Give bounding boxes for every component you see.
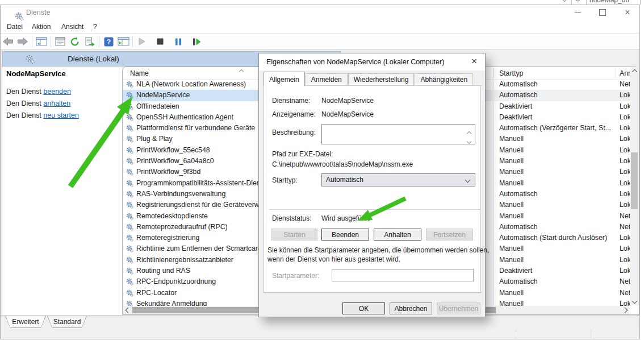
service-gear-icon xyxy=(126,157,134,165)
vertical-scrollbar[interactable] xyxy=(630,67,639,305)
dialog-tabs: Allgemein Anmelden Wiederherstellung Abh… xyxy=(264,72,474,86)
service-name: Routing und RAS xyxy=(136,266,190,276)
column-starttyp[interactable]: Starttyp xyxy=(499,69,523,77)
service-starttyp: Manuell xyxy=(499,255,615,266)
background-browser-fragment: ↻ nodeMap_du xyxy=(560,0,640,5)
ok-button[interactable]: OK xyxy=(342,302,385,314)
minimize-button[interactable] xyxy=(565,5,590,20)
tab-standard[interactable]: Standard xyxy=(47,316,87,328)
tab-erweitert[interactable]: Erweitert xyxy=(5,316,46,328)
service-gear-icon xyxy=(126,92,134,99)
beschreibung-label: Beschreibung: xyxy=(272,128,316,136)
menu-aktion[interactable]: Aktion xyxy=(30,22,53,31)
section-divider xyxy=(269,209,481,210)
start-service-icon[interactable] xyxy=(135,35,149,48)
results-header-title: Dienste (Lokal) xyxy=(68,55,119,63)
dienststatus-value: Wird ausgeführt xyxy=(321,214,370,222)
service-anmelden: Lok: xyxy=(620,298,630,306)
action-stop-row: Den Dienst beenden xyxy=(6,88,71,96)
service-anmelden: Lok: xyxy=(620,123,630,134)
scroll-right-icon[interactable] xyxy=(621,306,629,314)
tab-allgemein[interactable]: Allgemein xyxy=(264,72,305,86)
maximize-button[interactable] xyxy=(590,5,615,20)
pause-service-icon[interactable] xyxy=(171,35,186,48)
hint-line1: Sie können die Startparameter angeben, d… xyxy=(267,246,489,254)
service-name: Sekundäre Anmeldung xyxy=(136,298,207,306)
close-button[interactable]: × xyxy=(615,5,640,20)
refresh-icon: ↻ xyxy=(575,0,580,3)
service-gear-icon xyxy=(126,223,134,231)
service-anmelden: Net: xyxy=(620,276,630,287)
service-starttyp: Manuell xyxy=(499,243,615,254)
starttyp-combobox[interactable]: Automatisch xyxy=(321,173,475,186)
service-name: RPC-Endpunktzuordnung xyxy=(136,276,216,287)
properties-icon[interactable] xyxy=(53,35,68,48)
service-name: PrintWorkflow_55ec548 xyxy=(136,145,210,156)
restart-service-link[interactable]: neu starten xyxy=(43,111,79,119)
column-name[interactable]: Name xyxy=(130,69,149,77)
chevron-down-icon xyxy=(562,0,567,2)
scroll-up-icon[interactable] xyxy=(630,68,639,75)
service-name: RPC-Locator xyxy=(136,288,177,298)
vertical-scroll-thumb[interactable] xyxy=(631,152,638,209)
anzeigename-value: NodeMapService xyxy=(321,110,374,118)
action-restart-row: Den Dienst neu starten xyxy=(6,111,79,119)
help-icon[interactable]: ? xyxy=(101,35,116,48)
background-tab-label: nodeMap_du xyxy=(589,0,629,4)
back-icon[interactable] xyxy=(1,35,15,48)
pause-service-link[interactable]: anhalten xyxy=(43,99,70,107)
service-anmelden: Lok: xyxy=(620,156,630,167)
show-window-icon[interactable] xyxy=(116,35,131,48)
tab-anmelden[interactable]: Anmelden xyxy=(306,73,348,86)
service-starttyp: Manuell xyxy=(499,211,615,222)
service-anmelden: Lok: xyxy=(620,145,630,156)
starten-button[interactable]: Starten xyxy=(271,229,317,241)
menu-ansicht[interactable]: Ansicht xyxy=(59,22,86,31)
service-gear-icon xyxy=(126,190,134,198)
service-anmelden: Lok: xyxy=(620,243,630,254)
action-pause-row: Den Dienst anhalten xyxy=(6,99,70,107)
description-pane: NodeMapService Den Dienst beenden Den Di… xyxy=(3,67,122,315)
show-tree-icon[interactable] xyxy=(34,35,49,48)
fortsetzen-button[interactable]: Fortsetzen xyxy=(426,229,473,241)
svg-text:?: ? xyxy=(106,38,110,46)
service-name: PrintWorkflow_6a04a8c0 xyxy=(136,156,214,167)
startparameter-input[interactable] xyxy=(332,269,474,281)
beschreibung-textarea[interactable] xyxy=(321,124,475,144)
selected-service-title: NodeMapService xyxy=(6,69,66,78)
service-anmelden: Lok: xyxy=(620,189,630,200)
dienststatus-label: Dienststatus: xyxy=(272,214,311,222)
service-starttyp: Automatisch xyxy=(499,90,615,101)
service-gear-icon xyxy=(126,114,134,122)
service-anmelden: Lok: xyxy=(620,255,630,266)
service-name: Richtlinienergebnissatzanbieter xyxy=(136,255,233,266)
service-starttyp: Automatisch xyxy=(499,222,615,233)
services-gear-icon xyxy=(26,55,35,66)
properties-dialog: Eigenschaften von NodeMapService (Lokale… xyxy=(258,53,486,317)
refresh-icon[interactable] xyxy=(68,35,82,48)
dialog-close-icon[interactable]: × xyxy=(467,55,482,68)
service-starttyp: Deaktiviert xyxy=(499,266,615,276)
service-name: Plattformdienst für verbundene Geräte xyxy=(136,123,255,134)
scroll-down-icon[interactable] xyxy=(630,297,639,304)
stop-service-link[interactable]: beenden xyxy=(43,88,71,96)
tab-wiederherstellung[interactable]: Wiederherstellung xyxy=(348,73,415,86)
export-list-icon[interactable] xyxy=(82,35,97,48)
service-starttyp: Automatisch (Verzögerter Start, St... xyxy=(499,123,615,134)
restart-service-icon[interactable] xyxy=(189,35,204,48)
anhalten-button[interactable]: Anhalten xyxy=(374,229,421,241)
service-gear-icon xyxy=(126,125,134,132)
forward-icon[interactable] xyxy=(15,35,30,48)
service-anmelden: Net: xyxy=(620,222,630,233)
service-gear-icon xyxy=(126,81,134,89)
scroll-left-icon[interactable] xyxy=(124,306,132,314)
uebernehmen-button[interactable]: Übernehmen xyxy=(437,302,480,314)
startparameter-label: Startparameter: xyxy=(272,272,319,280)
menu-hilfe[interactable]: ? xyxy=(91,22,99,31)
stop-service-icon[interactable] xyxy=(153,35,168,48)
menu-datei[interactable]: Datei xyxy=(5,22,25,31)
tab-abhaengigkeiten[interactable]: Abhängigkeiten xyxy=(415,73,473,86)
abbrechen-button[interactable]: Abbrechen xyxy=(390,302,432,314)
beenden-button[interactable]: Beenden xyxy=(321,229,369,241)
service-anmelden: Lok: xyxy=(620,167,630,177)
